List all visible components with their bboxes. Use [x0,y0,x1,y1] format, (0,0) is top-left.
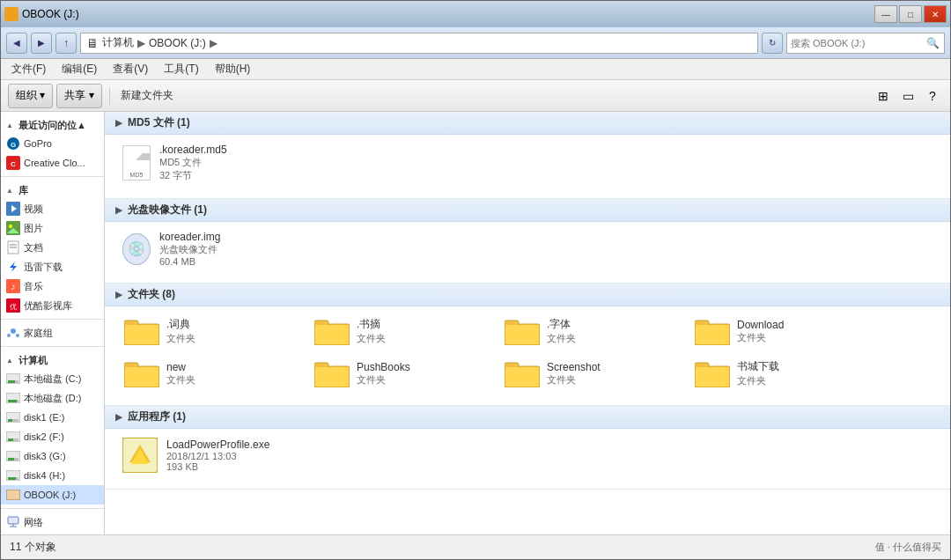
minimize-button[interactable]: — [874,5,897,23]
forward-button[interactable]: ▶ [31,33,52,54]
sidebar-item-obook[interactable]: OBOOK (J:) [1,485,104,505]
file-group-md5: ▶ MD5 文件 (1) MD5 .koreader.md5 MD5 文件 32… [105,112,950,199]
svg-point-18 [7,334,11,337]
view-details-icon[interactable]: ⊞ [873,85,894,107]
folder-icon [124,317,159,345]
list-item[interactable]: 💿 koreader.img 光盘映像文件 60.4 MB [119,229,936,269]
expand-icon: ▲ [6,122,13,129]
gopro-icon: G [6,136,20,151]
svg-rect-25 [17,400,18,402]
sidebar-item-video[interactable]: 视频 [1,199,104,218]
sidebar-section-network: 网络 [1,512,104,532]
folder-icon [695,317,730,345]
sidebar-item-disk2[interactable]: disk2 (F:) [1,427,104,446]
back-button[interactable]: ◀ [6,33,27,54]
picture-icon [6,221,20,235]
organize-button[interactable]: 组织 ▾ [8,84,53,108]
sidebar-item-homegroup[interactable]: 家庭组 [1,323,104,343]
list-item[interactable]: .词典 文件夹 [119,313,295,349]
menu-tools[interactable]: 工具(T) [157,60,205,78]
sidebar-item-thunder[interactable]: 迅雷下载 [1,257,104,276]
img-file-info: koreader.img 光盘映像文件 60.4 MB [159,231,220,267]
sidebar-item-disk-c[interactable]: 本地磁盘 (C:) [1,369,104,388]
sidebar-library-header[interactable]: ▲ 库 [1,181,104,199]
sidebar-recent-header[interactable]: ▲ 最近访问的位▲ [1,115,104,134]
breadcrumb-sep1: ▶ [137,37,145,49]
list-item[interactable]: Download 文件夹 [689,313,866,349]
img-file-icon: 💿 [122,235,151,263]
list-item[interactable]: MD5 .koreader.md5 MD5 文件 32 字节 [119,142,936,184]
file-group-img: ▶ 光盘映像文件 (1) 💿 koreader.img 光盘映像文件 60.4 … [105,199,950,284]
sidebar-item-disk3[interactable]: disk3 (G:) [1,446,104,466]
svg-rect-28 [12,419,18,422]
svg-rect-62 [505,367,539,387]
sidebar-item-music[interactable]: ♪ 音乐 [1,276,104,296]
disk1-icon [6,410,20,424]
obook-icon [6,488,20,502]
status-count: 11 个对象 [10,540,56,555]
list-item[interactable]: new 文件夹 [119,356,295,391]
menu-file[interactable]: 文件(F) [4,60,53,78]
md5-file-icon: MD5 [122,149,151,177]
group-expand-folders[interactable]: ▶ [115,290,122,299]
breadcrumb[interactable]: 🖥 计算机 ▶ OBOOK (J:) ▶ [80,33,758,54]
group-expand-apps[interactable]: ▶ [115,412,122,422]
search-input[interactable] [791,38,921,48]
list-item[interactable]: Screenshot 文件夹 [499,356,675,391]
folder-item-info: .字体 文件夹 [547,317,576,345]
view-pane-icon[interactable]: ▭ [897,85,918,107]
list-item[interactable]: .书摘 文件夹 [309,313,485,349]
status-bar-right: 值 · 什么值得买 [875,541,941,554]
breadcrumb-drive[interactable]: OBOOK (J:) [149,37,206,49]
sidebar-item-gopro[interactable]: G GoPro [1,134,104,153]
title-bar-title: OBOOK (J:) [22,8,79,20]
menu-view[interactable]: 查看(V) [106,60,155,78]
breadcrumb-computer[interactable]: 计算机 [102,35,134,50]
expand-icon-lib: ▲ [6,187,13,195]
maximize-button[interactable]: □ [899,5,922,23]
close-button[interactable]: ✕ [924,5,947,23]
list-item[interactable]: .字体 文件夹 [499,313,675,349]
svg-rect-44 [125,325,158,344]
app-item-info: LoadPowerProfile.exe 2018/12/1 13:03 193… [166,438,269,472]
folder-item-info: .词典 文件夹 [166,317,195,345]
folder-item-info: new 文件夹 [166,361,195,387]
group-expand-img[interactable]: ▶ [115,205,122,215]
sidebar-item-disk1[interactable]: disk1 (E:) [1,408,104,427]
refresh-button[interactable]: ↻ [762,33,783,54]
list-item[interactable]: 书城下载 文件夹 [689,356,866,391]
sidebar-item-picture[interactable]: 图片 [1,218,104,238]
sidebar-item-doc[interactable]: 文档 [1,238,104,257]
sidebar-item-youdao[interactable]: 优 优酷影视库 [1,296,104,315]
group-expand-md5[interactable]: ▶ [115,118,122,128]
svg-rect-38 [6,490,20,500]
folder-icon [505,317,540,345]
expand-icon-comp: ▲ [6,357,13,365]
svg-point-7 [9,225,12,228]
up-button[interactable]: ↑ [55,33,77,54]
doc-icon [6,240,20,254]
svg-text:优: 优 [10,303,17,311]
list-item[interactable]: PushBooks 文件夹 [309,356,485,391]
main-content: ▲ 最近访问的位▲ G GoPro C Creative Clo... [1,112,950,534]
help-icon[interactable]: ? [922,85,943,107]
sidebar-item-disk-d[interactable]: 本地磁盘 (D:) [1,388,104,408]
svg-rect-22 [15,380,18,383]
sidebar-item-disk4[interactable]: disk4 (H:) [1,466,104,485]
title-bar: OBOOK (J:) — □ ✕ [1,1,950,27]
list-item[interactable]: LoadPowerProfile.exe 2018/12/1 13:03 193… [119,436,936,475]
new-folder-button[interactable]: 新建文件夹 [117,88,177,103]
svg-rect-47 [315,325,349,344]
folder-item-info: Screenshot 文件夹 [547,361,601,387]
menu-edit[interactable]: 编辑(E) [55,60,104,78]
menu-bar: 文件(F) 编辑(E) 查看(V) 工具(T) 帮助(H) [1,59,950,80]
menu-help[interactable]: 帮助(H) [208,60,258,78]
exe-icon [122,438,158,473]
share-button[interactable]: 共享 ▾ [56,84,101,108]
search-icon[interactable]: 🔍 [925,35,940,51]
sidebar-item-creative[interactable]: C Creative Clo... [1,153,104,173]
sidebar-computer-header[interactable]: ▲ 计算机 [1,350,104,369]
file-area: ▶ MD5 文件 (1) MD5 .koreader.md5 MD5 文件 32… [105,112,950,534]
svg-rect-65 [696,367,729,387]
sidebar-item-network[interactable]: 网络 [1,512,104,532]
